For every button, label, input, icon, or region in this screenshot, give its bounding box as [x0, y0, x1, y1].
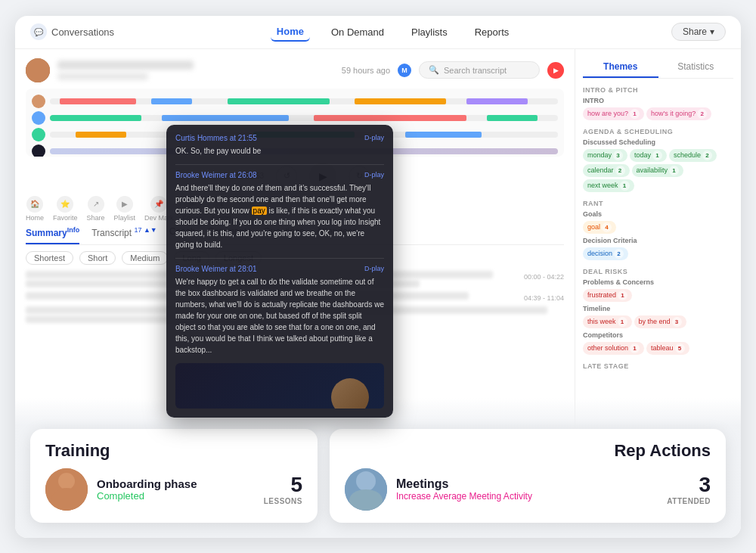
conv-time: 59 hours ago [342, 66, 390, 75]
theme-tag-schedule[interactable]: schedule 2 [669, 149, 717, 162]
panel-tabs: Themes Statistics [583, 57, 733, 79]
tab-icon-playlist[interactable]: ▶ Playlist [114, 196, 136, 222]
theme-subsection-competitors: Competitors [583, 331, 733, 339]
theme-section-deal-risks: DEAL RISKS Problems & Concerns frustrate… [583, 268, 733, 355]
theme-section-title-deal-risks: DEAL RISKS [583, 268, 733, 275]
rep-info: Meetings Increase Average Meeting Activi… [396, 477, 658, 502]
theme-tag-hows-it-going[interactable]: how's it going? 2 [646, 107, 711, 120]
theme-subsection-intro: INTRO [583, 97, 733, 104]
top-nav: 💬 Conversations Home On Demand Playlists… [15, 16, 741, 49]
rep-count: 3 ATTENDED [667, 473, 711, 505]
training-lessons: 5 LESSONS [264, 473, 302, 505]
theme-tags-problems: frustrated 1 [583, 289, 733, 302]
theme-tag-goal[interactable]: goal 4 [583, 221, 616, 234]
conv-meta [57, 61, 334, 80]
nav-link-playlists[interactable]: Playlists [405, 23, 454, 41]
theme-tag-today[interactable]: today 1 [630, 149, 667, 162]
conv-badge: M [398, 64, 411, 77]
nav-link-home[interactable]: Home [271, 23, 310, 42]
theme-tag-frustrated[interactable]: frustrated 1 [583, 289, 632, 302]
popup-speaker-name-1: Curtis Hommes at 21:55 [175, 134, 257, 142]
theme-section-title-intro: INTRO & PITCH [583, 86, 733, 94]
theme-subsection-problems: Problems & Concerns [583, 278, 733, 286]
training-label: Training [45, 441, 302, 461]
nav-link-ondemand[interactable]: On Demand [325, 23, 390, 41]
training-content: Onboarding phase Completed 5 LESSONS [45, 468, 302, 511]
tab-transcript[interactable]: Transcript 17 ▲▼ [91, 226, 157, 244]
theme-subsection-decision: Decision Criteria [583, 237, 733, 244]
training-card: Training Onboarding phase Completed 5 LE… [30, 429, 318, 523]
popup-video-person [331, 378, 369, 409]
theme-tag-tableau[interactable]: tableau 5 [646, 342, 689, 355]
theme-tag-next-week[interactable]: next week 1 [583, 179, 634, 192]
theme-tags-scheduling: monday 3 today 1 schedule 2 calendar 2 a… [583, 149, 733, 192]
rep-actions-card: Rep Actions Meetings Increase Average Me… [330, 429, 726, 523]
theme-tag-availability[interactable]: availability 1 [632, 164, 684, 177]
panel-tab-statistics[interactable]: Statistics [658, 57, 734, 78]
theme-subsection-goals: Goals [583, 210, 733, 218]
popup-entry-1: Curtis Hommes at 21:55 D-play OK. So, th… [175, 134, 384, 157]
theme-tag-decision[interactable]: decision 2 [583, 247, 628, 260]
timeline-row-2 [32, 111, 558, 125]
filter-short[interactable]: Short [79, 251, 116, 265]
theme-section-title-late-stage: LATE STAGE [583, 362, 733, 370]
theme-subsection-timeline: Timeline [583, 305, 733, 312]
theme-section-title-agenda: AGENDA & SCHEDULING [583, 128, 733, 135]
popup-action-3[interactable]: D-play [364, 265, 384, 272]
bottom-section: Training Onboarding phase Completed 5 LE… [15, 398, 741, 538]
search-transcript-bar[interactable]: 🔍 Search transcript [419, 61, 540, 79]
live-play-button[interactable]: ▶ [547, 62, 564, 79]
tab-icon-home[interactable]: 🏠 Home [26, 196, 44, 222]
nav-link-reports[interactable]: Reports [469, 23, 516, 41]
tab-icon-share[interactable]: ↗ Share [87, 196, 105, 222]
popup-speaker-3: Brooke Weimer at 28:01 D-play [175, 265, 384, 273]
timeline-row-1 [32, 95, 558, 108]
filter-medium[interactable]: Medium [122, 251, 168, 265]
rep-meetings-title: Meetings [396, 477, 658, 491]
popup-action-2[interactable]: D-play [364, 171, 384, 179]
theme-section-title-rant: RANT [583, 200, 733, 207]
share-button[interactable]: Share ▾ [671, 23, 726, 41]
avatar [26, 58, 50, 82]
theme-tag-how-are-you[interactable]: how are you? 1 [583, 107, 644, 120]
conv-title [57, 61, 194, 70]
tab-icon-favorite[interactable]: ⭐ Favorite [53, 196, 78, 222]
tab-summary[interactable]: SummaryInfo [26, 226, 79, 244]
popup-text-1: OK. So, the pay would be [175, 145, 384, 157]
lessons-count: 5 [264, 473, 302, 497]
popup-entry-2: Brooke Weimer at 26:08 D-play And there'… [175, 171, 384, 250]
search-icon: 🔍 [429, 65, 439, 75]
training-avatar [45, 468, 88, 511]
rep-actions-title: Rep Actions [345, 441, 711, 461]
popup-entry-3: Brooke Weimer at 28:01 D-play We're happ… [175, 265, 384, 356]
theme-section-rant: RANT Goals goal 4 Decision Criteria deci… [583, 200, 733, 260]
theme-tag-monday[interactable]: monday 3 [583, 149, 627, 162]
theme-tag-calendar[interactable]: calendar 2 [583, 164, 630, 177]
theme-subsection-scheduling: Discussed Scheduling [583, 138, 733, 146]
popup-action-1[interactable]: D-play [364, 134, 384, 141]
popup-speaker-2: Brooke Weimer at 26:08 D-play [175, 171, 384, 179]
popup-video-thumbnail[interactable] [175, 363, 384, 409]
popup-text-3: We're happy to get a call to do the vali… [175, 276, 384, 356]
nav-links: Home On Demand Playlists Reports [271, 23, 515, 42]
theme-tag-by-the-end[interactable]: by the end 3 [634, 315, 686, 328]
training-info: Onboarding phase Completed [97, 477, 255, 502]
theme-tag-other-solution[interactable]: other solution 1 [583, 342, 644, 355]
nav-logo-label: Conversations [51, 26, 114, 38]
theme-tags-competitors: other solution 1 tableau 5 [583, 342, 733, 355]
theme-tags-decision: decision 2 [583, 247, 733, 260]
popup-text-2: And there'll they do one of them and it'… [175, 182, 384, 250]
conversations-icon: 💬 [30, 23, 47, 40]
filter-shortest[interactable]: Shortest [26, 251, 73, 265]
theme-tags-goals: goal 4 [583, 221, 733, 234]
transcript-badge: 17 ▲▼ [134, 226, 156, 234]
timeline-bar-1 [50, 98, 558, 104]
popup-divider-1 [175, 164, 384, 165]
share-label: Share [683, 26, 707, 37]
theme-tag-this-week[interactable]: this week 1 [583, 315, 632, 328]
rep-actions-content: Meetings Increase Average Meeting Activi… [345, 468, 711, 511]
theme-tags-intro: how are you? 1 how's it going? 2 [583, 107, 733, 120]
summary-time-1: 00:00 - 04:22 [524, 272, 564, 282]
summary-time-2: 04:39 - 11:04 [524, 293, 564, 303]
panel-tab-themes[interactable]: Themes [583, 57, 658, 78]
